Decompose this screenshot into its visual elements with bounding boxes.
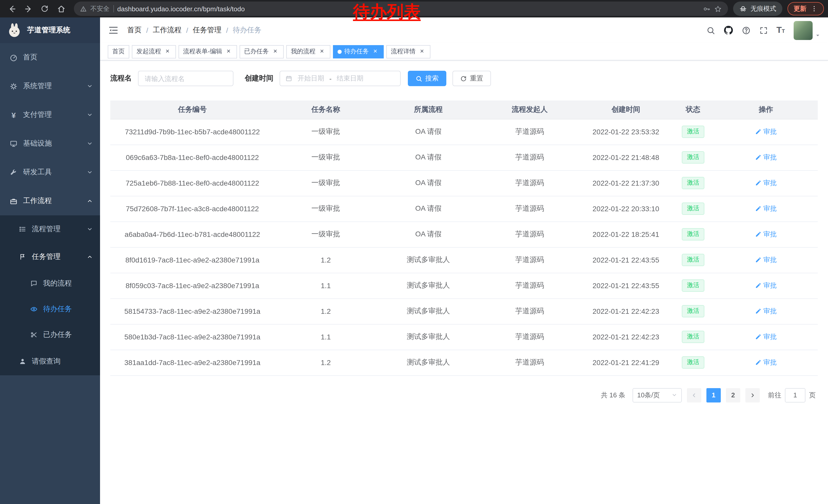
forward-icon[interactable] [20,2,36,16]
approve-link[interactable]: 审批 [755,127,777,136]
avatar[interactable] [794,21,813,40]
sidebar-collapse-icon[interactable] [108,25,119,36]
breadcrumb-item[interactable]: 首页 [127,26,141,35]
menu-kebab-icon[interactable] [811,5,818,12]
close-icon[interactable]: × [418,48,426,55]
approve-link[interactable]: 审批 [755,153,777,162]
cell-status: 激活 [672,247,714,273]
tab[interactable]: 流程详情 × [386,45,430,58]
sidebar-item-devtools[interactable]: 研发工具 [0,158,100,187]
help-icon[interactable] [742,26,750,35]
logo[interactable]: 芋道管理系统 [0,17,100,43]
tab[interactable]: 流程表单-编辑 × [178,45,237,58]
bookmark-star-icon[interactable] [714,5,722,12]
search-icon[interactable] [706,26,715,35]
approve-link[interactable]: 审批 [755,281,777,290]
cell-task-id: 75d72608-7b7f-11ec-a3c8-acde48001122 [110,196,275,222]
user-menu[interactable] [794,21,820,40]
sidebar-item-done-task[interactable]: 已办任务 [0,322,100,348]
url-text[interactable]: dashboard.yudao.iocoder.cn/bpm/task/todo [117,5,245,12]
reload-icon[interactable] [37,2,52,16]
breadcrumb-item[interactable]: 任务管理 [193,26,222,35]
next-page-button[interactable] [745,388,760,402]
breadcrumb-item[interactable]: 工作流程 [153,26,181,35]
close-icon[interactable]: × [225,48,233,55]
sidebar-item-workflow[interactable]: 工作流程 [0,187,100,215]
reset-button-label: 重置 [470,74,483,83]
approve-link[interactable]: 审批 [755,358,777,367]
filter-bar: 流程名 创建时间 开始日期 - 结束日期 [110,71,818,86]
approve-link[interactable]: 审批 [755,332,777,341]
tab[interactable]: 已办任务 × [240,45,284,58]
sidebar-item-label: 我的流程 [43,279,93,288]
sidebar-item-my-process[interactable]: 我的流程 [0,271,100,296]
tab[interactable]: 待办任务 × [333,45,384,58]
tab[interactable]: 我的流程 × [286,45,330,58]
update-button[interactable]: 更新 [787,2,824,15]
approve-link[interactable]: 审批 [755,307,777,316]
sidebar-item-home[interactable]: 首页 [0,43,100,72]
prev-page-button[interactable] [687,388,701,402]
cell-status: 激活 [672,222,714,247]
cell-process: OA 请假 [377,196,480,222]
tab[interactable]: 首页 [108,45,129,58]
cell-initiator: 芋道源码 [480,170,580,196]
date-range-picker[interactable]: 开始日期 - 结束日期 [280,71,401,86]
sidebar-item-system[interactable]: 系统管理 [0,72,100,100]
address-bar[interactable]: 不安全 dashboard.yudao.iocoder.cn/bpm/task/… [74,2,728,16]
search-button[interactable]: 搜索 [408,71,446,86]
page-size-value: 10条/页 [637,391,660,400]
cell-actions: 审批 [714,196,818,222]
github-icon[interactable] [723,26,733,35]
approve-link-label: 审批 [763,178,777,188]
close-icon[interactable]: × [371,48,379,55]
navbar-actions: TT [706,21,820,40]
sidebar-item-payment[interactable]: ¥ 支付管理 [0,100,100,129]
cell-actions: 审批 [714,273,818,299]
cell-initiator: 芋道源码 [480,350,580,375]
col-initiator: 流程发起人 [480,100,580,119]
home-icon[interactable] [53,2,69,16]
cell-create-time: 2022-01-22 21:48:48 [580,145,672,170]
close-icon[interactable]: × [318,48,326,55]
approve-link[interactable]: 审批 [755,178,777,188]
pagination: 共 16 条 10条/页 1 2 [110,388,818,402]
sidebar-item-todo-task[interactable]: 待办任务 [0,296,100,322]
sidebar-item-label: 请假查询 [32,357,93,366]
font-size-icon[interactable]: TT [777,25,785,35]
fullscreen-icon[interactable] [759,26,768,35]
goto-page-input[interactable] [785,388,805,402]
page-button-2[interactable]: 2 [726,388,740,402]
col-actions: 操作 [714,100,818,119]
cell-actions: 审批 [714,350,818,375]
status-badge: 激活 [682,279,704,291]
page-button-1[interactable]: 1 [706,388,721,402]
approve-link-label: 审批 [763,307,777,316]
close-icon[interactable]: × [272,48,279,55]
cell-create-time: 2022-01-21 22:42:23 [580,299,672,324]
reset-button[interactable]: 重置 [452,71,491,86]
cell-task-name: 1.2 [275,299,377,324]
sidebar-item-leave-query[interactable]: 请假查询 [0,348,100,375]
approve-link[interactable]: 审批 [755,255,777,265]
process-name-input[interactable] [138,71,234,86]
edit-icon [755,154,761,161]
workflow-submenu: 流程管理 任务管理 [0,215,100,375]
breadcrumb: 首页 / 工作流程 / 任务管理 / 待办任务 [127,26,261,35]
tab-label: 待办任务 [344,47,369,56]
cell-initiator: 芋道源码 [480,222,580,247]
col-task-id: 任务编号 [110,100,275,119]
key-icon[interactable] [703,5,710,12]
sidebar-item-process-mgmt[interactable]: 流程管理 [0,215,100,243]
sidebar-item-infrastructure[interactable]: 基础设施 [0,129,100,158]
back-icon[interactable] [4,2,19,16]
approve-link[interactable]: 审批 [755,204,777,213]
caret-down-icon [815,33,820,38]
approve-link[interactable]: 审批 [755,230,777,239]
page-size-select[interactable]: 10条/页 [632,388,682,402]
table-row: 8f059c03-7ac8-11ec-a9e2-a2380e71991a 1.1… [110,273,818,299]
sidebar-item-task-mgmt[interactable]: 任务管理 [0,243,100,271]
tab[interactable]: 发起流程 × [132,45,176,58]
close-icon[interactable]: × [164,48,171,55]
task-table: 任务编号 任务名称 所属流程 流程发起人 创建时间 状态 操作 [110,100,818,375]
